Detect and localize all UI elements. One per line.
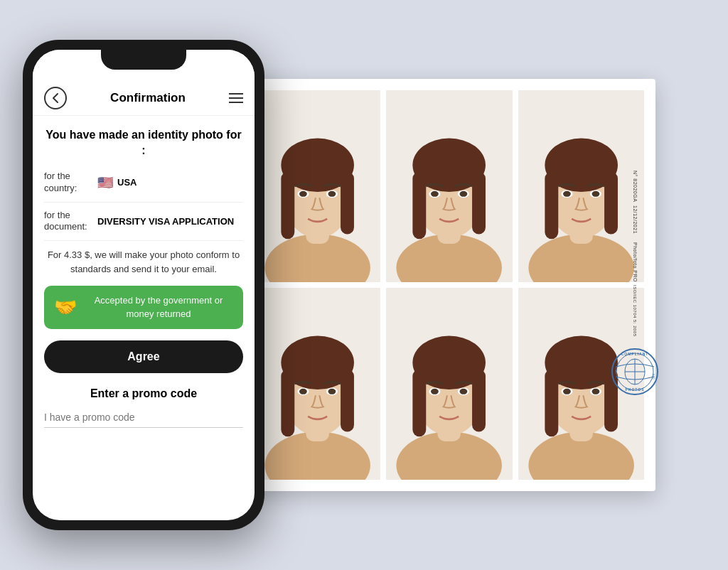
svg-rect-50: [472, 370, 486, 432]
photo-row-2: [255, 288, 644, 480]
svg-point-65: [592, 389, 599, 394]
document-label: for the document:: [44, 210, 97, 234]
photo-grid: [255, 90, 644, 480]
svg-point-43: [328, 389, 336, 394]
photo-cell-5: [386, 288, 512, 480]
svg-point-54: [460, 389, 468, 394]
photo-cell-1: [255, 90, 380, 282]
photo-row-1: [255, 90, 644, 282]
svg-point-32: [592, 191, 599, 197]
promo-input[interactable]: [44, 407, 243, 428]
svg-rect-38: [281, 370, 294, 437]
compliant-stamp: COMPLIANT PHOTOS ICAO FOC: [610, 347, 660, 397]
svg-point-63: [563, 389, 571, 394]
svg-point-30: [563, 191, 571, 197]
svg-rect-27: [545, 172, 558, 240]
usa-flag-icon: 🇺🇸: [97, 175, 113, 190]
photo-cell-4: [255, 288, 380, 480]
svg-point-21: [460, 191, 468, 197]
svg-rect-6: [341, 172, 354, 235]
document-row: for the document: DIVERSITY VISA APPLICA…: [44, 210, 243, 242]
photo-sheet: N° 82020GA 12/12/2021 Photo/foto PRO ISO…: [243, 79, 655, 491]
price-description: For 4.33 $, we will make your photo conf…: [44, 248, 243, 276]
sheet-standard: ISO/IEC 10704 5: 2005: [632, 285, 637, 337]
sheet-side-panel: N° 82020GA 12/12/2021 Photo/foto PRO ISO…: [615, 79, 654, 491]
svg-point-52: [431, 389, 439, 394]
phone-device: Confirmation You have made an identity p…: [23, 40, 264, 530]
svg-text:COMPLIANT: COMPLIANT: [621, 352, 648, 356]
svg-rect-17: [472, 172, 486, 235]
country-label: for the country:: [44, 171, 97, 195]
svg-text:PHOTOS: PHOTOS: [625, 387, 644, 392]
sheet-brand: Photo/foto PRO: [631, 242, 637, 282]
document-value: DIVERSITY VISA APPLICATION: [97, 216, 234, 227]
nav-bar: Confirmation: [33, 81, 255, 116]
country-row: for the country: 🇺🇸 USA: [44, 171, 243, 203]
main-heading: You have made an identity photo for :: [44, 127, 243, 159]
svg-rect-16: [413, 172, 427, 240]
handshake-icon: 🤝: [54, 296, 77, 318]
country-name: USA: [117, 177, 136, 188]
svg-rect-49: [413, 370, 427, 437]
guarantee-banner: 🤝 Accepted by the government or money re…: [44, 286, 243, 328]
svg-rect-39: [341, 370, 354, 432]
svg-rect-60: [545, 370, 558, 437]
guarantee-text: Accepted by the government or money retu…: [84, 294, 233, 320]
photo-cell-2: [386, 90, 512, 282]
sheet-number: N° 82020GA: [631, 171, 637, 202]
svg-rect-5: [281, 172, 294, 240]
screen-content: You have made an identity photo for : fo…: [33, 116, 255, 520]
svg-point-19: [431, 191, 439, 197]
back-button[interactable]: [44, 87, 67, 109]
screen-title: Confirmation: [110, 91, 186, 105]
svg-text:ICAO: ICAO: [614, 367, 618, 374]
promo-heading: Enter a promo code: [44, 387, 243, 400]
sheet-date: 12/12/2021: [631, 205, 637, 234]
agree-button[interactable]: Agree: [44, 340, 243, 373]
promo-section: Enter a promo code: [44, 387, 243, 428]
phone-screen: Confirmation You have made an identity p…: [33, 50, 255, 520]
svg-point-41: [299, 389, 307, 394]
phone-notch: [101, 50, 186, 70]
svg-point-10: [328, 191, 336, 197]
menu-button[interactable]: [229, 93, 243, 103]
country-value: 🇺🇸 USA: [97, 175, 136, 190]
svg-point-8: [299, 191, 307, 197]
svg-text:FOC: FOC: [652, 374, 655, 380]
